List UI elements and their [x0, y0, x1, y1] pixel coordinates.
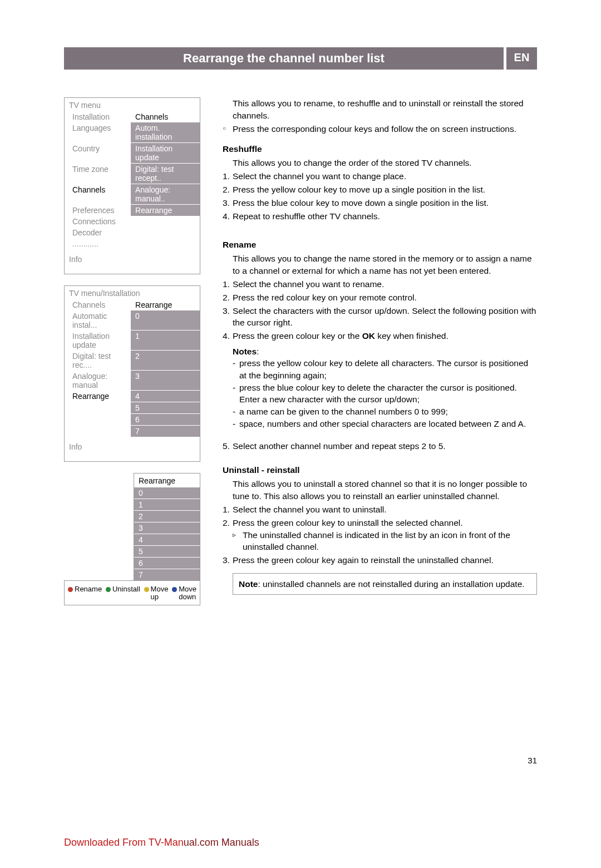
uninstall-steps: 1.Select the channel you want to uninsta… — [223, 504, 537, 566]
body-text: This allows you to rename, to reshuffle … — [223, 97, 537, 605]
legend-move-down: Movedown — [172, 585, 196, 601]
rename-heading: Rename — [223, 239, 537, 251]
page-title: Rearrange the channel number list — [64, 47, 504, 70]
menu-title: TV menu/Installation — [65, 286, 200, 299]
footer-source: Downloaded From TV-Manual.com Manuals — [64, 837, 259, 849]
page-number: 31 — [528, 756, 537, 765]
legend-uninstall: Uninstall — [106, 585, 140, 601]
menu-title: TV menu — [65, 98, 200, 111]
rearrange-list-box: Rearrange 0 1 2 3 4 5 6 7 — [134, 473, 200, 581]
blue-dot-icon — [172, 587, 177, 592]
header-bar: Rearrange the channel number list EN — [64, 47, 537, 70]
menu-info: Info — [65, 437, 200, 461]
rename-steps: 1.Select the channel you want to rename.… — [223, 278, 537, 342]
note-box: Note: uninstalled channels are not reins… — [233, 573, 537, 595]
colour-key-legend: Rename Uninstall Moveup Movedown — [64, 580, 200, 605]
left-column: TV menu InstallationChannels LanguagesAu… — [64, 97, 200, 605]
green-dot-icon — [106, 587, 111, 592]
rename-notes: Notes: press the yellow colour key to de… — [233, 346, 537, 430]
menu-info: Info — [65, 249, 200, 274]
tv-menu-box: TV menu InstallationChannels LanguagesAu… — [64, 97, 200, 274]
legend-move-up: Moveup — [144, 585, 169, 601]
content: TV menu InstallationChannels LanguagesAu… — [64, 97, 537, 605]
reshuffle-heading: Reshuffle — [223, 143, 537, 155]
language-badge: EN — [506, 47, 537, 70]
legend-rename: Rename — [68, 585, 102, 601]
yellow-dot-icon — [144, 587, 149, 592]
reshuffle-steps: 1.Select the channel you want to change … — [223, 170, 537, 222]
installation-menu-box: TV menu/Installation ChannelsRearrange A… — [64, 285, 200, 462]
red-dot-icon — [68, 587, 73, 592]
uninstall-heading: Uninstall - reinstall — [223, 464, 537, 476]
